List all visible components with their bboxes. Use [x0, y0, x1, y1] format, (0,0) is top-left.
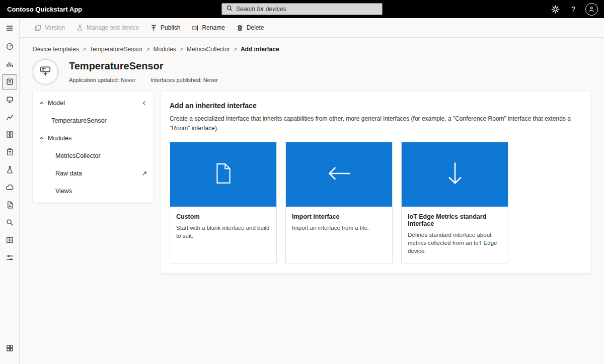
data-explorer-chart-icon[interactable]	[0, 108, 20, 126]
delete-label: Delete	[247, 24, 264, 31]
device-groups-icon[interactable]	[0, 126, 20, 143]
menu-icon[interactable]	[0, 18, 20, 38]
breadcrumb-separator: >	[83, 46, 86, 53]
settings-gear-icon[interactable]	[548, 2, 563, 17]
tree-item-views[interactable]: Views	[33, 182, 154, 200]
avatar	[585, 3, 598, 16]
version-label: Version	[45, 24, 65, 31]
manage-test-device-label: Manage test device	[87, 24, 139, 31]
app-title: Contoso Quickstart App	[0, 6, 82, 13]
rename-button[interactable]: Rename	[186, 18, 230, 37]
command-bar: Version Manage test device Publish Renam…	[20, 18, 604, 38]
breadcrumb-metricscollector[interactable]: MetricsCollector	[187, 46, 230, 53]
breadcrumb-add-interface: Add interface	[241, 46, 279, 53]
devices-icon[interactable]	[0, 90, 20, 108]
external-link-icon[interactable]	[141, 170, 147, 176]
tree-label: MetricsCollector	[55, 152, 101, 159]
breadcrumb-separator: >	[234, 46, 237, 53]
card-icon-area	[402, 142, 508, 207]
publish-icon	[150, 24, 158, 32]
interfaces-published-status: Interfaces published: Never	[150, 77, 218, 83]
device-template-avatar	[33, 59, 58, 84]
analytics-bars-icon[interactable]	[0, 55, 20, 73]
card-description: Import an interface from a file.	[292, 224, 386, 232]
breadcrumb: Device templates > TemperatureSensor > M…	[33, 46, 591, 53]
administration-icon[interactable]	[0, 249, 20, 266]
search-input[interactable]	[236, 6, 378, 13]
rename-icon	[191, 24, 199, 32]
breadcrumb-separator: >	[146, 46, 149, 53]
account-avatar-icon[interactable]	[584, 2, 599, 17]
tree-group-model[interactable]: Model	[33, 94, 154, 112]
delete-button[interactable]: Delete	[231, 18, 270, 37]
rules-beaker-icon[interactable]	[0, 161, 20, 178]
model-tree-panel: Model TemperatureSensor Modules MetricsC…	[33, 92, 154, 203]
card-icon-area	[286, 142, 392, 207]
data-export-cloud-icon[interactable]	[0, 178, 20, 196]
version-icon	[34, 24, 42, 32]
custom-interface-card[interactable]: Custom Start with a blank interface and …	[170, 142, 277, 263]
collapse-panel-icon[interactable]	[141, 100, 147, 106]
dashboard-gauge-icon[interactable]	[0, 38, 20, 55]
template-header: TemperatureSensor Application updated: N…	[33, 59, 591, 84]
top-app-bar: Contoso Quickstart App ?	[0, 0, 604, 18]
device-search-box[interactable]	[221, 3, 383, 15]
tree-item-temperaturesensor[interactable]: TemperatureSensor	[33, 112, 154, 129]
tree-group-modules[interactable]: Modules	[33, 129, 154, 147]
breadcrumb-separator: >	[180, 46, 183, 53]
arrow-left-icon	[326, 164, 352, 185]
tree-label: Modules	[48, 135, 71, 142]
panel-title: Add an inherited interface	[170, 102, 582, 110]
import-interface-card[interactable]: Import interface Import an interface fro…	[285, 142, 393, 263]
test-device-icon	[76, 24, 84, 32]
rename-label: Rename	[202, 24, 224, 31]
audit-log-icon[interactable]	[0, 196, 20, 214]
card-icon-area	[170, 142, 276, 207]
breadcrumb-temperaturesensor[interactable]: TemperatureSensor	[90, 46, 142, 53]
card-title: Custom	[176, 213, 270, 220]
tree-label: Views	[55, 188, 72, 195]
application-updated-status: Application updated: Never	[69, 77, 135, 83]
publish-label: Publish	[161, 24, 180, 31]
app-grid-icon[interactable]	[0, 339, 20, 357]
tree-label: Raw data	[55, 170, 82, 177]
page-content: Device templates > TemperatureSensor > M…	[20, 38, 604, 364]
publish-button[interactable]: Publish	[144, 18, 186, 37]
card-title: Import interface	[292, 213, 386, 220]
tree-item-raw-data[interactable]: Raw data	[33, 164, 154, 182]
device-templates-icon[interactable]	[0, 73, 20, 90]
card-title: IoT Edge Metrics standard interface	[408, 213, 502, 227]
chevron-up-icon[interactable]	[39, 100, 48, 106]
panel-description: Create a specialized interface that inhe…	[170, 114, 582, 133]
page-title: TemperatureSensor	[69, 60, 218, 72]
search-wrench-icon[interactable]	[0, 214, 20, 231]
breadcrumb-modules[interactable]: Modules	[153, 46, 176, 53]
iot-edge-metrics-interface-card[interactable]: IoT Edge Metrics standard interface Defi…	[401, 142, 508, 263]
blank-document-icon	[215, 163, 232, 186]
add-interface-panel: Add an inherited interface Create a spec…	[161, 92, 591, 274]
card-description: Defines standard interface about metrics…	[408, 231, 502, 255]
version-button[interactable]: Version	[29, 18, 70, 37]
search-icon	[226, 5, 233, 14]
arrow-down-icon	[446, 160, 464, 189]
manage-test-device-button[interactable]: Manage test device	[70, 18, 144, 37]
breadcrumb-device-templates[interactable]: Device templates	[33, 46, 79, 53]
tree-item-metricscollector[interactable]: MetricsCollector	[33, 147, 154, 164]
edge-device-icon	[39, 64, 52, 79]
card-description: Start with a blank interface and build t…	[176, 224, 270, 240]
jobs-clipboard-icon[interactable]	[0, 143, 20, 161]
edge-manifests-icon[interactable]	[0, 231, 20, 249]
tree-label: Model	[48, 100, 65, 107]
help-icon[interactable]: ?	[566, 2, 581, 17]
tree-label: TemperatureSensor	[51, 117, 107, 124]
left-nav-rail	[0, 18, 20, 364]
chevron-up-icon[interactable]	[39, 135, 48, 141]
delete-icon	[236, 24, 244, 32]
